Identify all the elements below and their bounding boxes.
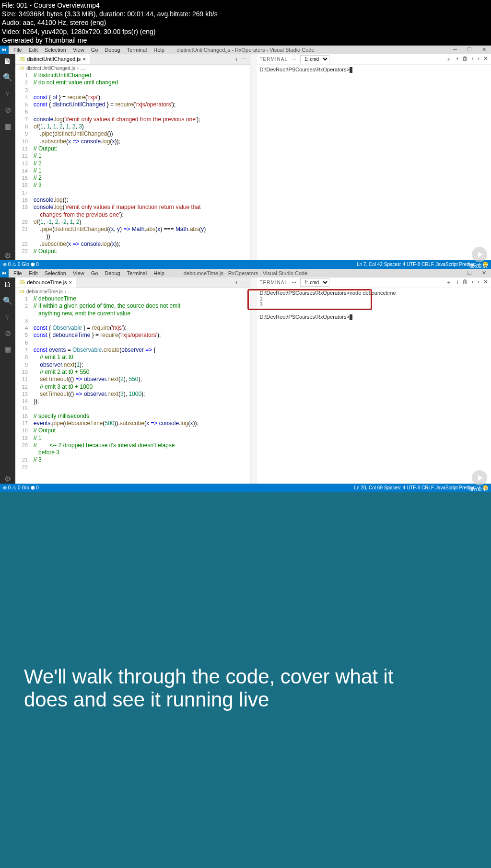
prev-terminal-icon[interactable]: ‹ — [472, 278, 474, 287]
debug-icon[interactable]: ⊘ — [3, 106, 12, 115]
menu-selection[interactable]: Selection — [42, 46, 69, 54]
menu-debug[interactable]: Debug — [102, 269, 123, 277]
menu-view[interactable]: View — [70, 46, 87, 54]
menu-file[interactable]: File — [11, 269, 25, 277]
terminal-more-icon[interactable]: ⋯ — [292, 57, 296, 62]
line-number: 5 — [15, 332, 34, 339]
next-terminal-icon[interactable]: › — [478, 55, 479, 63]
code-editor[interactable]: 1// distinctUntilChanged2// do not emit … — [15, 72, 250, 260]
minimize-button[interactable]: ─ — [448, 46, 462, 53]
menu-selection[interactable]: Selection — [42, 269, 69, 277]
status-right[interactable]: Ln 20, Col 69 Spaces: 4 UTF-8 CRLF JavaS… — [354, 485, 488, 490]
menu-debug[interactable]: Debug — [102, 46, 123, 54]
minimap[interactable] — [250, 54, 257, 260]
line-number: 20 — [15, 442, 34, 449]
menu-terminal[interactable]: Terminal — [124, 269, 150, 277]
trash-terminal-icon[interactable]: 🗑 — [462, 278, 468, 287]
minimize-button[interactable]: ─ — [448, 270, 462, 276]
git-icon[interactable]: ⑂ — [3, 90, 12, 98]
tab-distinctuntilchanged[interactable]: JS distinctUntilChanged.js × — [15, 54, 90, 64]
next-terminal-icon[interactable]: › — [478, 278, 479, 287]
search-icon[interactable]: 🔍 — [3, 297, 12, 305]
gear-icon[interactable]: ⚙ — [3, 475, 12, 484]
split-terminal-icon[interactable]: ⫞ — [456, 278, 458, 287]
code-line: 19// 1 — [15, 435, 250, 442]
line-number: 6 — [15, 339, 34, 347]
code-line: 1// distinctUntilChanged — [15, 72, 250, 79]
code-text: // 1 — [34, 435, 250, 442]
meta-file: File: 001 - Course Overview.mp4 — [2, 1, 489, 10]
breadcrumb[interactable]: JS debounceTime.js › … — [15, 288, 250, 295]
breadcrumb[interactable]: JS distinctUntilChanged.js › … — [15, 65, 250, 72]
code-text: // emit 3 at t0 + 1000 — [34, 383, 250, 391]
meta-audio: Audio: aac, 44100 Hz, stereo (eng) — [2, 18, 489, 27]
gear-icon[interactable]: ⚙ — [3, 252, 12, 260]
terminal-select[interactable]: 1: cmd — [300, 55, 329, 63]
code-editor[interactable]: 1// debounceTime2// if within a given pe… — [15, 295, 250, 484]
new-terminal-icon[interactable]: ＋ — [446, 55, 452, 63]
terminal-select[interactable]: 1: cmd — [300, 278, 329, 287]
menu-file[interactable]: File — [11, 46, 25, 54]
status-left[interactable]: ⊗ 0 ⚠ 0 Glo ⬢ 0 — [3, 262, 39, 267]
menu-go[interactable]: Go — [88, 46, 101, 54]
line-number: 23 — [15, 248, 34, 255]
code-line: 13// 2 — [15, 160, 250, 167]
search-icon[interactable]: 🔍 — [3, 73, 12, 82]
more-actions-icon[interactable]: ⋯ — [242, 56, 247, 62]
maximize-button[interactable]: ☐ — [462, 270, 477, 276]
code-text: // 3 — [34, 456, 250, 463]
menu-go[interactable]: Go — [88, 269, 101, 277]
close-panel-icon[interactable]: ✕ — [483, 278, 488, 287]
close-button[interactable]: ✕ — [477, 270, 491, 276]
prev-terminal-icon[interactable]: ‹ — [472, 55, 474, 63]
line-number — [15, 449, 34, 456]
explorer-icon[interactable]: 🗎 — [3, 57, 12, 66]
debug-icon[interactable]: ⊘ — [3, 329, 12, 338]
code-line: 7console.log('#emit only values if chang… — [15, 116, 250, 123]
close-tab-icon[interactable]: × — [69, 279, 72, 285]
close-button[interactable]: ✕ — [477, 46, 491, 53]
line-number: 9 — [15, 130, 34, 138]
play-button-overlay[interactable] — [472, 470, 487, 486]
trash-terminal-icon[interactable]: 🗑 — [462, 55, 468, 63]
menu-help[interactable]: Help — [151, 269, 167, 277]
menu-edit[interactable]: Edit — [26, 269, 41, 277]
split-editor-icon[interactable]: ⫞ — [235, 56, 238, 62]
maximize-button[interactable]: ☐ — [462, 46, 477, 53]
line-number: 2 — [15, 79, 34, 86]
terminal-more-icon[interactable]: ⋯ — [292, 280, 296, 285]
code-line: 22 .subscribe(x => console.log(x)); — [15, 241, 250, 248]
split-terminal-icon[interactable]: ⫞ — [456, 55, 458, 63]
extensions-icon[interactable]: ▦ — [3, 346, 12, 354]
line-number: 8 — [15, 123, 34, 130]
terminal-body[interactable]: D:\DevRoot\PSCourses\RxOperators>node de… — [257, 288, 491, 484]
new-terminal-icon[interactable]: ＋ — [446, 278, 452, 287]
more-actions-icon[interactable]: ⋯ — [242, 279, 247, 286]
play-button-overlay[interactable] — [472, 247, 487, 262]
code-line: 15 — [15, 405, 250, 412]
tab-debouncetime[interactable]: JS debounceTime.js × — [15, 278, 76, 288]
terminal-cursor — [350, 67, 352, 73]
code-line: 6 — [15, 108, 250, 116]
code-line: 13 setTimeout(() => observer.next(3), 10… — [15, 391, 250, 398]
menu-help[interactable]: Help — [151, 46, 167, 54]
line-number: 14 — [15, 167, 34, 174]
menu-terminal[interactable]: Terminal — [124, 46, 150, 54]
close-tab-icon[interactable]: × — [82, 56, 85, 62]
status-right[interactable]: Ln 7, Col 42 Spaces: 4 UTF-8 CRLF JavaSc… — [357, 262, 488, 267]
code-text: // if within a given period of time, the… — [34, 302, 250, 310]
menu-edit[interactable]: Edit — [26, 46, 41, 54]
terminal-body[interactable]: D:\DevRoot\PSCourses\RxOperators> — [257, 65, 491, 260]
code-text: // specify milliseconds — [34, 413, 250, 420]
code-text: // debounceTime — [34, 295, 250, 302]
code-text: const events = Observable.create(observe… — [34, 347, 250, 354]
split-editor-icon[interactable]: ⫞ — [235, 279, 238, 286]
close-panel-icon[interactable]: ✕ — [483, 55, 488, 63]
extensions-icon[interactable]: ▦ — [3, 122, 12, 131]
explorer-icon[interactable]: 🗎 — [3, 280, 12, 289]
status-left[interactable]: ⊗ 0 ⚠ 0 Glo ⬢ 0 — [3, 485, 39, 490]
menu-view[interactable]: View — [70, 269, 87, 277]
git-icon[interactable]: ⑂ — [3, 313, 12, 322]
terminal-tab-label[interactable]: TERMINAL — [260, 57, 288, 62]
terminal-tab-label[interactable]: TERMINAL — [260, 280, 288, 285]
